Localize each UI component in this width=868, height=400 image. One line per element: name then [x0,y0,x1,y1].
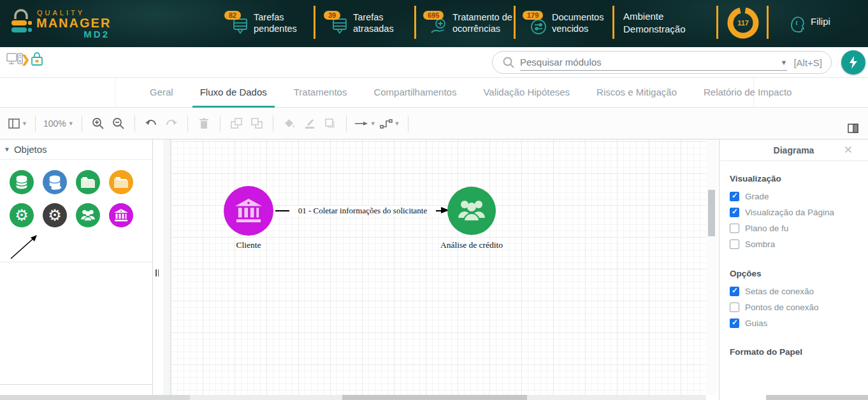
background-checkbox[interactable] [730,224,739,233]
canvas-vertical-scrollbar[interactable] [706,139,717,395]
tab-tratamentos[interactable]: Tratamentos [294,78,347,108]
delete-icon[interactable] [196,114,212,133]
header-divider [514,6,516,39]
search-shortcut-hint: [Alt+S] [793,57,822,68]
line-color-icon[interactable] [301,114,318,133]
stat-label-line2: atrasadas [353,23,394,34]
shape-people-green[interactable] [76,203,100,227]
shadow-icon[interactable] [322,114,338,133]
tab-compartilhamentos[interactable]: Compartilhamentos [373,78,456,108]
to-back-icon[interactable] [249,114,265,133]
diagram-toolbar: ▼ 100% ▼ [0,108,868,139]
tab-geral[interactable]: Geral [150,78,173,108]
header-divider [716,6,718,39]
format-panel-title: Diagrama [774,145,814,155]
tab-relatorio-impacto[interactable]: Relatório de Impacto [704,78,792,108]
search-placeholder[interactable]: Pesquisar módulos [520,57,602,68]
app-logo-icon [10,8,34,38]
points-checkbox[interactable] [730,303,739,312]
documents-expired-icon [529,17,548,36]
option-connection-arrows[interactable]: Setas de conexão [730,287,814,296]
tab-validacao-hipoteses[interactable]: Validação Hipóteses [483,78,570,108]
scrollbar-thumb[interactable] [708,190,715,236]
option-background[interactable]: Plano de fu [730,224,788,233]
panel-resize-handle[interactable] [156,268,161,275]
tab-riscos-mitigacao[interactable]: Riscos e Mitigação [597,78,677,108]
header-divider [314,6,315,39]
edge-label[interactable]: 01 - Coletar informações do solicitante [289,206,436,216]
stat-label-line2: ocorrências [452,23,512,34]
zoom-out-icon[interactable] [110,114,127,133]
option-page-view[interactable]: Visualização da Página [730,208,834,217]
stat-label-line2: pendentes [254,23,297,34]
stat-tarefas-atrasadas[interactable]: 39 Tarefas atrasadas [324,6,408,41]
connection-style-icon[interactable]: ▼ [354,114,376,133]
fill-color-icon[interactable] [281,114,298,133]
close-icon[interactable]: ✕ [844,143,853,157]
header-divider [612,6,614,39]
workspace: ▼ Objetos ⚙ ⚙ [0,139,868,400]
option-guides[interactable]: Guias [730,318,767,328]
gauge-value: 117 [726,19,760,27]
to-front-icon[interactable] [228,114,245,133]
redo-icon[interactable] [163,114,180,133]
node-cliente[interactable] [224,186,273,236]
shape-folder-green[interactable] [76,170,100,194]
bank-icon [235,199,262,223]
people-icon [457,199,486,222]
shape-database-cloud-blue[interactable] [43,170,67,194]
objects-panel: ▼ Objetos ⚙ ⚙ [0,139,153,400]
arrows-checkbox[interactable] [730,287,739,296]
panel-divider [0,262,152,262]
tab-fluxo-de-dados[interactable]: Fluxo de Dados [200,78,267,108]
score-gauge[interactable]: 117 [726,5,760,41]
page-view-checkbox[interactable] [730,208,739,217]
shadow-checkbox[interactable] [730,239,739,249]
objects-panel-header[interactable]: ▼ Objetos [0,139,152,160]
breadcrumb-chevron-icon: ❯ [21,53,30,66]
quick-action-button[interactable] [841,50,865,75]
node-analise-credito[interactable] [447,187,496,235]
option-shadow[interactable]: Sombra [730,239,775,249]
zoom-level-dropdown[interactable]: 100% ▼ [43,114,74,133]
shape-folder-orange[interactable] [109,170,133,194]
search-icon [502,56,515,69]
user-profile-icon[interactable] [789,12,807,34]
waypoint-style-icon[interactable]: ▼ [380,114,400,133]
zoom-in-icon[interactable] [90,114,106,133]
count-badge: 695 [423,11,444,20]
logo-text-md2: MD2 [71,29,110,39]
format-panel-toggle-icon[interactable] [844,118,861,138]
node-label-cliente[interactable]: Cliente [224,240,273,250]
privacy-lock-icon[interactable] [31,52,43,67]
shape-bank-magenta[interactable] [109,203,133,227]
shape-gear-green[interactable]: ⚙ [10,203,34,227]
stat-tarefas-pendentes[interactable]: 82 Tarefas pendentes [224,6,308,41]
user-name[interactable]: Filipi [811,16,830,27]
undo-icon[interactable] [143,114,159,133]
scrollbar-thumb[interactable] [342,395,527,400]
shape-arrow-connector[interactable] [9,234,38,261]
node-label-analise[interactable]: Análise de crédito [422,240,521,250]
stat-label-line2: vencidos [552,23,604,34]
shape-database-green[interactable] [10,170,34,194]
collapse-caret-icon: ▼ [4,146,10,153]
search-dropdown-caret-icon[interactable]: ▼ [781,59,788,66]
tab-strip: Geral Fluxo de Dados Tratamentos Compart… [0,78,868,108]
option-grade[interactable]: Grade [730,192,769,201]
view-panel-icon[interactable]: ▼ [8,114,27,133]
guides-checkbox[interactable] [730,318,739,328]
stat-documentos-vencidos[interactable]: 179 Documentos vencidos [523,6,608,41]
diagram-canvas[interactable]: 01 - Coletar informações do solicitante … [163,139,706,395]
stat-label-line1: Tarefas [353,11,394,23]
gear-icon: ⚙ [48,208,62,223]
shape-gear-cloud-dark[interactable]: ⚙ [43,203,67,227]
option-connection-points[interactable]: Pontos de conexão [730,303,819,312]
grade-checkbox[interactable] [730,192,739,201]
stat-tratamento-ocorrencias[interactable]: 695 Tratamento de ocorrências [423,6,512,41]
panel-divider [0,384,152,385]
panel-footer-bar [0,395,190,400]
stat-label-line1: Tratamento de [452,11,512,23]
module-search[interactable]: Pesquisar módulos ▼ [Alt+S] [492,51,832,74]
page-margin [163,139,171,395]
